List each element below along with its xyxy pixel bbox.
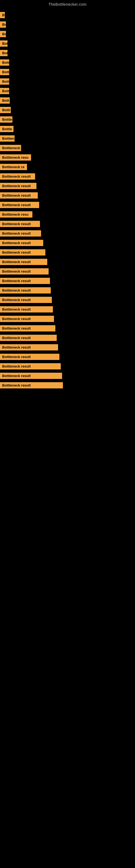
bottleneck-label: Bottleneck result — [0, 287, 51, 293]
bottleneck-label: Bottleneck result — [0, 354, 59, 360]
list-item: Bot — [0, 48, 135, 58]
list-item: Bottleneck result — [0, 352, 135, 362]
list-item: Bottleneck result — [0, 219, 135, 229]
bottleneck-label: Bottleneck result — [0, 325, 55, 332]
bottleneck-label: Bottleneck result — [0, 278, 50, 284]
list-item: Bott — [0, 58, 135, 67]
list-item: Bott — [0, 67, 135, 77]
list-item: Bott — [0, 77, 135, 86]
list-item: Bottleneck resu — [0, 210, 135, 219]
list-item: Bottleneck result — [0, 380, 135, 390]
list-item: Bot — [0, 39, 135, 48]
bottleneck-label: Bottleneck result — [0, 297, 52, 303]
bottleneck-label: Bottleneck result — [0, 240, 43, 246]
list-item: Bottlen — [0, 134, 135, 143]
bottleneck-label: Bottleneck result — [0, 363, 61, 369]
bottleneck-label: Bottleneck result — [0, 249, 45, 255]
bottleneck-label: Bottleneck result — [0, 373, 62, 379]
bottleneck-label: Bottleneck — [0, 145, 21, 151]
list-item: Bottleneck result — [0, 323, 135, 333]
bottleneck-label: Bottleneck resu — [0, 154, 31, 161]
list-item: Bottleneck result — [0, 267, 135, 276]
site-title: TheBottlenecker.com — [0, 0, 135, 8]
bottleneck-label: Bott — [0, 59, 9, 66]
list-item: Bottleneck result — [0, 286, 135, 295]
list-item: Bottleneck result — [0, 248, 135, 257]
list-item: Bottle — [0, 124, 135, 134]
list-item: Bottleneck — [0, 143, 135, 153]
list-item: Bottleneck result — [0, 314, 135, 323]
bottleneck-label: Bott — [0, 88, 9, 94]
bottleneck-label: Bott — [0, 79, 9, 85]
list-item: Bottleneck result — [0, 295, 135, 305]
bottleneck-label: Bottleneck result — [0, 259, 47, 265]
bottleneck-label: Bottleneck result — [0, 183, 37, 189]
list-item: Bottleneck result — [0, 343, 135, 352]
list-item: Bottleneck result — [0, 238, 135, 248]
list-item: Bottleneck result — [0, 172, 135, 181]
list-item: Bottl — [0, 105, 135, 115]
bottleneck-label: Bottleneck result — [0, 344, 58, 350]
bottleneck-label: Bottle — [0, 126, 13, 132]
list-item: Bottleneck re — [0, 162, 135, 172]
bottleneck-label: Bottleneck result — [0, 316, 54, 322]
bottleneck-label: Bottleneck result — [0, 230, 41, 237]
bottleneck-label: Bottleneck result — [0, 173, 35, 180]
bottleneck-label: Bot — [0, 50, 8, 56]
list-item: B — [0, 10, 135, 20]
list-item: Bottleneck result — [0, 200, 135, 210]
items-list: BBoBoBotBotBottBottBottBottBottBottlBott… — [0, 8, 135, 393]
bottleneck-label: Bottlen — [0, 135, 14, 142]
list-item: Bottleneck result — [0, 333, 135, 343]
bottleneck-label: Bo — [0, 22, 6, 28]
list-item: Bo — [0, 29, 135, 39]
list-item: Bottleneck result — [0, 229, 135, 238]
list-item: Bottleneck result — [0, 276, 135, 286]
bottleneck-label: Bottleneck result — [0, 202, 39, 208]
bottleneck-label: Bottleneck result — [0, 221, 40, 227]
bottleneck-label: Bottleneck re — [0, 164, 27, 170]
list-item: Bott — [0, 96, 135, 105]
list-item: Bottleneck result — [0, 362, 135, 371]
bottleneck-label: B — [0, 12, 5, 18]
bottleneck-label: Bottleneck result — [0, 192, 38, 198]
bottleneck-label: Bottleneck result — [0, 382, 63, 389]
list-item: Bottleneck resu — [0, 153, 135, 162]
list-item: Bottleneck result — [0, 257, 135, 267]
bottleneck-label: Bottleneck result — [0, 268, 49, 275]
bottleneck-label: Bott — [0, 97, 10, 104]
bottleneck-label: Bottle — [0, 116, 12, 123]
bottleneck-label: Bo — [0, 31, 6, 37]
list-item: Bottleneck result — [0, 181, 135, 191]
list-item: Bottleneck result — [0, 305, 135, 314]
bottleneck-label: Bottleneck result — [0, 335, 57, 341]
list-item: Bott — [0, 86, 135, 96]
bottleneck-label: Bottleneck result — [0, 306, 53, 312]
bottleneck-label: Bot — [0, 40, 8, 46]
list-item: Bottleneck result — [0, 191, 135, 200]
bottleneck-label: Bottleneck resu — [0, 211, 32, 218]
list-item: Bo — [0, 20, 135, 29]
bottleneck-label: Bott — [0, 69, 9, 75]
list-item: Bottle — [0, 115, 135, 124]
bottleneck-label: Bottl — [0, 107, 11, 113]
list-item: Bottleneck result — [0, 371, 135, 380]
